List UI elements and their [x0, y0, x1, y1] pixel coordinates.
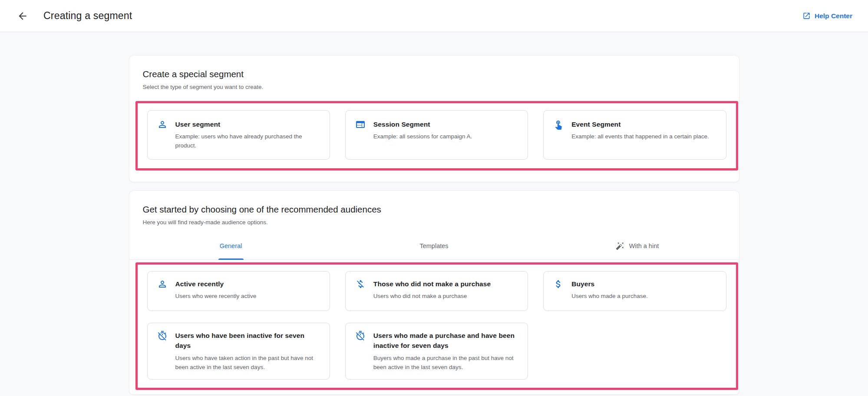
card-description: Buyers who made a purchase in the past b…: [373, 354, 518, 372]
card-title: User segment: [175, 119, 320, 129]
special-segment-panel: Create a special segment Select the type…: [129, 55, 739, 182]
card-inactive-seven-days[interactable]: Users who have been inactive for seven d…: [147, 323, 330, 380]
card-user-segment[interactable]: User segment Example: users who have alr…: [147, 110, 330, 160]
audience-card-grid: Active recently Users who were recently …: [147, 271, 726, 380]
special-segment-subtitle: Select the type of segment you want to c…: [143, 84, 726, 90]
tab-label: General: [220, 242, 242, 249]
timer-off-icon: [355, 331, 366, 372]
card-event-segment[interactable]: Event Segment Example: all events that h…: [543, 110, 726, 160]
card-description: Users who made a purchase.: [571, 292, 648, 301]
help-center-link[interactable]: Help Center: [802, 12, 852, 20]
tab-templates[interactable]: Templates: [333, 233, 536, 259]
recommended-audiences-panel: Get started by choosing one of the recom…: [129, 190, 739, 395]
touch-app-icon: [553, 119, 564, 151]
recommended-subtitle: Here you will find ready-made audience o…: [143, 219, 726, 226]
card-title: Active recently: [175, 279, 257, 289]
tab-with-a-hint[interactable]: With a hint: [536, 233, 739, 259]
person-icon: [157, 119, 168, 151]
card-text: Buyers Users who made a purchase.: [571, 279, 648, 303]
page-header: Creating a segment Help Center: [0, 0, 868, 32]
card-description: Example: all sessions for campaign A.: [373, 132, 472, 141]
person-icon: [157, 279, 168, 303]
magic-wand-icon: [616, 242, 624, 250]
segment-type-card-grid: User segment Example: users who have alr…: [147, 110, 726, 160]
tab-label: Templates: [419, 242, 448, 249]
help-center-label: Help Center: [815, 12, 852, 20]
card-description: Example: all events that happened in a c…: [571, 132, 709, 141]
card-description: Users who did not make a purchase: [373, 292, 491, 301]
open-in-new-icon: [802, 12, 811, 20]
arrow-back-icon: [17, 10, 28, 22]
web-layout-icon: [355, 119, 366, 151]
card-title: Users who made a purchase and have been …: [373, 331, 518, 351]
money-off-icon: [355, 279, 366, 303]
page-title: Creating a segment: [43, 10, 132, 22]
highlight-box-segment-types: User segment Example: users who have alr…: [135, 101, 738, 170]
card-text: Event Segment Example: all events that h…: [571, 119, 709, 151]
audience-tabs: General Templates With a hint: [129, 233, 739, 260]
timer-off-icon: [157, 331, 168, 372]
card-description: Example: users who have already purchase…: [175, 132, 320, 151]
card-title: Event Segment: [571, 119, 709, 129]
card-title: Session Segment: [373, 119, 472, 129]
card-active-recently[interactable]: Active recently Users who were recently …: [147, 271, 330, 311]
card-text: Those who did not make a purchase Users …: [373, 279, 491, 303]
card-purchase-inactive-seven-days[interactable]: Users who made a purchase and have been …: [345, 323, 528, 380]
card-title: Buyers: [571, 279, 648, 289]
card-title: Those who did not make a purchase: [373, 279, 491, 289]
card-text: User segment Example: users who have alr…: [175, 119, 320, 151]
card-session-segment[interactable]: Session Segment Example: all sessions fo…: [345, 110, 528, 160]
card-text: Users who made a purchase and have been …: [373, 331, 518, 372]
dollar-icon: [553, 279, 564, 303]
card-text: Session Segment Example: all sessions fo…: [373, 119, 472, 151]
card-text: Users who have been inactive for seven d…: [175, 331, 320, 372]
card-description: Users who have taken action in the past …: [175, 354, 320, 372]
empty-grid-cell: [543, 323, 726, 380]
card-description: Users who were recently active: [175, 292, 257, 301]
special-segment-title: Create a special segment: [143, 69, 726, 79]
tab-general[interactable]: General: [129, 233, 333, 259]
card-no-purchase[interactable]: Those who did not make a purchase Users …: [345, 271, 528, 311]
tab-label: With a hint: [629, 242, 659, 249]
back-button[interactable]: [14, 7, 31, 25]
card-text: Active recently Users who were recently …: [175, 279, 257, 303]
highlight-box-audiences: Active recently Users who were recently …: [135, 262, 738, 390]
recommended-title: Get started by choosing one of the recom…: [143, 204, 726, 215]
card-title: Users who have been inactive for seven d…: [175, 331, 320, 351]
card-buyers[interactable]: Buyers Users who made a purchase.: [543, 271, 726, 311]
